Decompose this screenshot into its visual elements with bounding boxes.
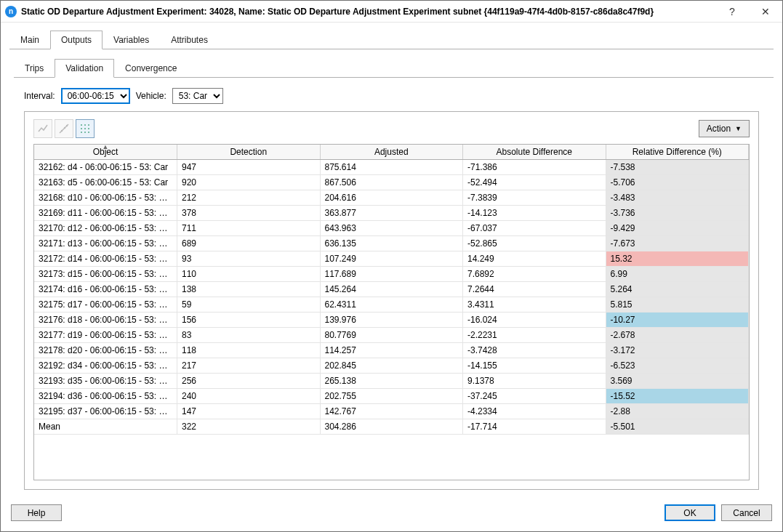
cell: -67.037 (463, 221, 606, 236)
column-header[interactable]: Adjusted (320, 145, 463, 160)
cell: -5.501 (606, 419, 749, 435)
table-row[interactable]: 32195: d37 - 06:00-06:15 - 53: Car147142… (34, 404, 749, 419)
table-row[interactable]: 32176: d18 - 06:00-06:15 - 53: Car156139… (34, 313, 749, 328)
table-row[interactable]: 32163: d5 - 06:00-06:15 - 53: Car920867.… (34, 175, 749, 190)
column-header-label: Relative Difference (%) (633, 147, 722, 157)
column-header-label: Adjusted (374, 147, 409, 157)
tab-main[interactable]: Main (9, 31, 50, 49)
cell: 80.7769 (320, 328, 463, 343)
svg-point-9 (88, 128, 89, 129)
table-row[interactable]: 32172: d14 - 06:00-06:15 - 53: Car93107.… (34, 251, 749, 267)
cell: 265.138 (320, 374, 463, 389)
cell: 636.135 (320, 236, 463, 251)
close-icon[interactable]: ✕ (749, 1, 782, 23)
column-header[interactable]: Detection (177, 145, 321, 160)
table-row[interactable]: 32193: d35 - 06:00-06:15 - 53: Car256265… (34, 374, 749, 389)
cell: 139.976 (320, 313, 463, 328)
cell: 867.506 (320, 175, 463, 190)
cancel-button[interactable]: Cancel (721, 504, 772, 521)
cell: 15.32 (606, 251, 749, 267)
cell: 32170: d12 - 06:00-06:15 - 53: Car (34, 221, 177, 236)
content-area: MainOutputsVariablesAttributes TripsVali… (1, 23, 782, 497)
tab-outputs[interactable]: Outputs (50, 31, 103, 49)
scatter-chart-icon[interactable] (55, 119, 73, 138)
cell: -71.386 (463, 160, 606, 175)
table-row[interactable]: 32170: d12 - 06:00-06:15 - 53: Car711643… (34, 221, 749, 236)
titlebar: n Static OD Departure Adjustment Experim… (1, 1, 782, 23)
table-row[interactable]: 32178: d20 - 06:00-06:15 - 53: Car118114… (34, 343, 749, 358)
cell: 689 (177, 236, 321, 251)
cell: 9.1378 (463, 374, 606, 389)
cell: 32171: d13 - 06:00-06:15 - 53: Car (34, 236, 177, 251)
cell: 378 (177, 206, 321, 221)
table-row[interactable]: 32173: d15 - 06:00-06:15 - 53: Car110117… (34, 267, 749, 282)
subtab-validation[interactable]: Validation (55, 59, 114, 78)
table-row[interactable]: Mean322304.286-17.714-5.501 (34, 419, 749, 435)
validation-table: ▲ObjectDetectionAdjustedAbsolute Differe… (34, 145, 749, 435)
cell: 6.99 (606, 267, 749, 282)
cell: 156 (177, 313, 321, 328)
help-button[interactable]: Help (11, 504, 62, 521)
tab-attributes[interactable]: Attributes (160, 31, 219, 49)
table-row[interactable]: 32168: d10 - 06:00-06:15 - 53: Car212204… (34, 190, 749, 206)
table-row[interactable]: 32169: d11 - 06:00-06:15 - 53: Car378363… (34, 206, 749, 221)
cell: 32193: d35 - 06:00-06:15 - 53: Car (34, 374, 177, 389)
column-header[interactable]: Absolute Difference (463, 145, 606, 160)
cell: 7.2644 (463, 282, 606, 297)
cell: 240 (177, 389, 321, 404)
ok-button[interactable]: OK (664, 504, 715, 521)
column-header[interactable]: Relative Difference (%) (606, 145, 749, 160)
cell: 14.249 (463, 251, 606, 267)
cell: 920 (177, 175, 321, 190)
cell: 256 (177, 374, 321, 389)
svg-point-6 (88, 124, 89, 126)
vehicle-select[interactable]: 53: Car (172, 88, 223, 104)
subtab-convergence[interactable]: Convergence (114, 59, 188, 78)
cell: -15.52 (606, 389, 749, 404)
svg-point-5 (84, 124, 86, 126)
dialog-window: n Static OD Departure Adjustment Experim… (0, 0, 783, 532)
table-view-icon[interactable] (76, 119, 95, 138)
grid-scroll[interactable]: ▲ObjectDetectionAdjustedAbsolute Differe… (33, 144, 750, 480)
table-row[interactable]: 32175: d17 - 06:00-06:15 - 53: Car5962.4… (34, 297, 749, 313)
caret-down-icon: ▼ (735, 125, 742, 132)
cell: -2.88 (606, 404, 749, 419)
controls-row: Interval: 06:00-06:15 Vehicle: 53: Car (9, 78, 774, 111)
table-row[interactable]: 32177: d19 - 06:00-06:15 - 53: Car8380.7… (34, 328, 749, 343)
cell: 3.4311 (463, 297, 606, 313)
cell: -16.024 (463, 313, 606, 328)
cell: 32176: d18 - 06:00-06:15 - 53: Car (34, 313, 177, 328)
action-button-label: Action (707, 124, 731, 134)
line-chart-icon[interactable] (33, 119, 52, 138)
cell: -10.27 (606, 313, 749, 328)
table-row[interactable]: 32194: d36 - 06:00-06:15 - 53: Car240202… (34, 389, 749, 404)
cell: 32174: d16 - 06:00-06:15 - 53: Car (34, 282, 177, 297)
table-row[interactable]: 32192: d34 - 06:00-06:15 - 53: Car217202… (34, 358, 749, 374)
tabs-sub: TripsValidationConvergence (14, 58, 774, 78)
cell: 32162: d4 - 06:00-06:15 - 53: Car (34, 160, 177, 175)
cell: 643.963 (320, 221, 463, 236)
cell: 32194: d36 - 06:00-06:15 - 53: Car (34, 389, 177, 404)
interval-select[interactable]: 06:00-06:15 (61, 88, 130, 104)
subtab-trips[interactable]: Trips (14, 59, 55, 78)
column-header[interactable]: ▲Object (34, 145, 177, 160)
tab-variables[interactable]: Variables (103, 31, 160, 49)
cell: 711 (177, 221, 321, 236)
action-button[interactable]: Action ▼ (699, 120, 750, 137)
cell: 32163: d5 - 06:00-06:15 - 53: Car (34, 175, 177, 190)
cell: 142.767 (320, 404, 463, 419)
cell: -3.483 (606, 190, 749, 206)
table-panel: Action ▼ ▲ObjectDetectionAdjustedAbsolut… (24, 111, 759, 490)
cell: 5.264 (606, 282, 749, 297)
help-icon[interactable]: ? (715, 1, 749, 23)
cell: 212 (177, 190, 321, 206)
cell: -5.706 (606, 175, 749, 190)
cell: 875.614 (320, 160, 463, 175)
cell: 32172: d14 - 06:00-06:15 - 53: Car (34, 251, 177, 267)
table-row[interactable]: 32171: d13 - 06:00-06:15 - 53: Car689636… (34, 236, 749, 251)
cell: -52.494 (463, 175, 606, 190)
table-row[interactable]: 32162: d4 - 06:00-06:15 - 53: Car947875.… (34, 160, 749, 175)
cell: 118 (177, 343, 321, 358)
table-row[interactable]: 32174: d16 - 06:00-06:15 - 53: Car138145… (34, 282, 749, 297)
cell: 59 (177, 297, 321, 313)
